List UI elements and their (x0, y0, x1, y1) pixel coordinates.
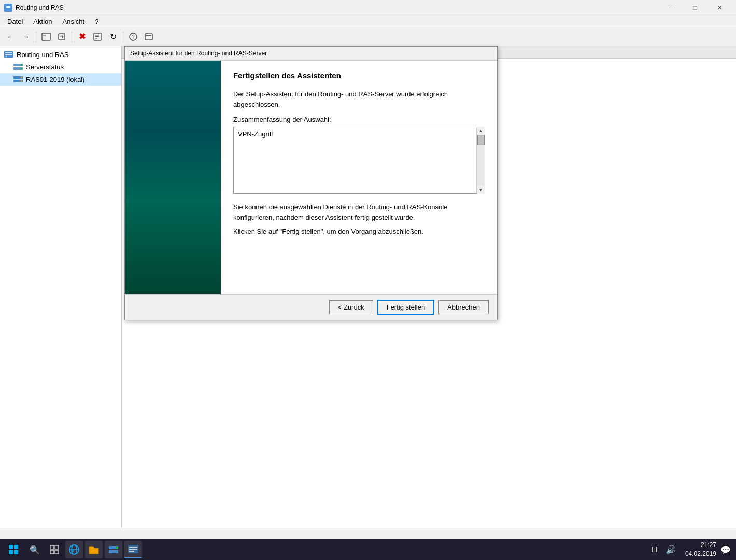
svg-point-21 (21, 68, 22, 69)
minimize-button[interactable]: – (658, 0, 682, 16)
svg-point-17 (6, 56, 7, 58)
finish-button[interactable]: Fertig stellen (377, 300, 434, 315)
title-bar-controls: – □ ✕ (658, 0, 732, 16)
routing-ras-icon (4, 50, 13, 59)
sidebar-item-routing-ras[interactable]: Routing und RAS (0, 48, 121, 61)
refresh-button[interactable]: ↻ (106, 30, 120, 44)
svg-rect-4 (43, 35, 46, 36)
svg-rect-44 (129, 551, 134, 552)
clock-date: 04.02.2019 (680, 550, 716, 558)
menu-datei[interactable]: Datei (3, 17, 27, 26)
wizard-body-text1: Der Setup-Assistent für den Routing- und… (233, 89, 485, 109)
file-explorer-icon[interactable] (85, 541, 103, 558)
toolbar: ← → ✖ ↻ ? (0, 27, 736, 46)
listbox-scrollbar[interactable]: ▲ ▼ (476, 127, 485, 194)
start-button[interactable] (3, 540, 24, 559)
ras01-icon (13, 75, 23, 84)
svg-rect-29 (14, 550, 18, 554)
sidebar: Routing und RAS Serverstatus (0, 46, 122, 539)
sidebar-item-ras01[interactable]: RAS01-2019 (lokal) (0, 73, 121, 86)
volume-tray-icon[interactable]: 🔊 (663, 541, 678, 558)
svg-rect-7 (95, 35, 99, 36)
wizard-body: Fertigstellen des Assistenten Der Setup-… (125, 61, 497, 320)
ie-icon[interactable]: e (65, 541, 83, 558)
wizard-page-title: Fertigstellen des Assistenten (233, 71, 485, 80)
svg-rect-33 (55, 550, 59, 554)
extra-button[interactable] (141, 30, 156, 44)
routing-ras-label: Routing und RAS (17, 51, 68, 59)
svg-rect-2 (6, 7, 10, 8)
menu-help[interactable]: ? (91, 17, 103, 26)
svg-rect-15 (5, 52, 12, 53)
wizard-footer-text2: Klicken Sie auf "Fertig stellen", um den… (233, 227, 485, 237)
svg-rect-39 (109, 550, 118, 553)
search-button[interactable]: 🔍 (26, 541, 44, 558)
forward-button[interactable]: → (19, 30, 33, 44)
task-view-button[interactable] (46, 541, 63, 558)
svg-rect-42 (129, 547, 137, 548)
action-center-icon[interactable]: 💬 (718, 541, 733, 558)
sidebar-item-serverstatus[interactable]: Serverstatus (0, 61, 121, 73)
clock-time: 21:27 (680, 541, 716, 550)
delete-button[interactable]: ✖ (75, 30, 89, 44)
svg-point-25 (21, 80, 22, 82)
import-button[interactable] (54, 30, 69, 44)
app-icon (4, 4, 12, 12)
serverstatus-icon (13, 62, 23, 72)
svg-rect-1 (6, 6, 10, 7)
show-tree-button[interactable] (39, 30, 53, 44)
svg-rect-28 (9, 550, 13, 554)
help-button[interactable]: ? (126, 30, 140, 44)
routing-ras-taskbar-icon[interactable] (124, 541, 142, 558)
title-bar-left: Routing und RAS (4, 4, 64, 12)
wizard-listbox-container: VPN-Zugriff ▲ ▼ (233, 127, 485, 194)
separator-1 (36, 32, 36, 42)
wizard-header: Setup-Assistent für den Routing- und RAS… (125, 47, 497, 61)
svg-rect-3 (42, 33, 50, 40)
window-title: Routing und RAS (16, 4, 64, 11)
wizard-footer-text1: Sie können die ausgewählten Dienste in d… (233, 202, 485, 222)
properties-button[interactable] (90, 30, 105, 44)
svg-rect-9 (95, 38, 97, 39)
svg-text:e: e (72, 548, 74, 553)
separator-2 (72, 32, 72, 42)
separator-3 (123, 32, 123, 42)
menu-bar: Datei Aktion Ansicht ? (0, 16, 736, 27)
svg-rect-43 (129, 549, 137, 550)
server-manager-icon[interactable] (105, 541, 122, 558)
svg-rect-13 (146, 35, 151, 36)
taskbar: 🔍 e (0, 539, 736, 560)
svg-rect-8 (95, 36, 99, 37)
ras01-label: RAS01-2019 (lokal) (26, 76, 84, 83)
scrollbar-thumb[interactable] (477, 135, 485, 145)
svg-rect-27 (14, 545, 18, 549)
close-button[interactable]: ✕ (708, 0, 732, 16)
back-button[interactable]: < Zurück (329, 300, 373, 314)
menu-ansicht[interactable]: Ansicht (59, 17, 89, 26)
svg-rect-31 (55, 545, 59, 549)
system-clock[interactable]: 21:27 04.02.2019 (680, 541, 716, 558)
svg-rect-12 (145, 34, 152, 40)
system-tray: 🖥 🔊 21:27 04.02.2019 💬 (647, 541, 733, 558)
svg-point-20 (21, 64, 22, 66)
svg-text:?: ? (132, 34, 135, 40)
svg-point-24 (21, 77, 22, 78)
svg-point-40 (116, 547, 118, 549)
scroll-up-arrow[interactable]: ▲ (477, 127, 485, 135)
maximize-button[interactable]: □ (683, 0, 707, 16)
status-bar (0, 528, 736, 539)
network-tray-icon[interactable]: 🖥 (647, 541, 661, 558)
svg-rect-30 (50, 545, 54, 549)
cancel-button[interactable]: Abbrechen (438, 300, 489, 314)
wizard-main: Fertigstellen des Assistenten Der Setup-… (221, 61, 497, 294)
back-button[interactable]: ← (3, 30, 18, 44)
wizard-decorative-sidebar (125, 61, 221, 294)
svg-rect-0 (5, 5, 11, 9)
wizard-summary-label: Zusammenfassung der Auswahl: (233, 116, 485, 123)
scrollbar-track[interactable] (477, 135, 485, 186)
wizard-dialog: Setup-Assistent für den Routing- und RAS… (124, 46, 498, 320)
wizard-listbox[interactable]: VPN-Zugriff (233, 127, 485, 194)
scroll-down-arrow[interactable]: ▼ (477, 186, 485, 194)
menu-aktion[interactable]: Aktion (29, 17, 56, 26)
svg-rect-16 (5, 54, 12, 55)
